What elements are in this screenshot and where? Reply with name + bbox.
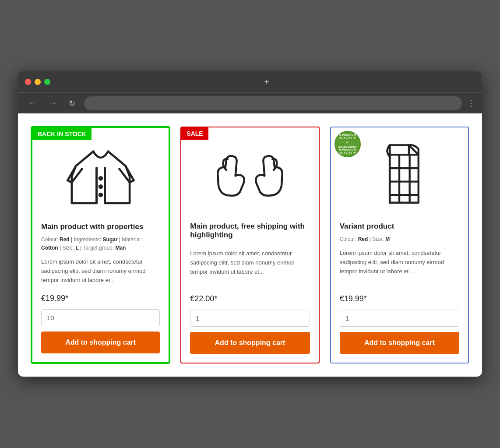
quality-circle: ★ PREMIUM QUALITY ★ ✓ GUARANTEED ★ PREMI… bbox=[335, 131, 361, 157]
quantity-input-3[interactable] bbox=[340, 310, 459, 327]
product-desc-1: Lorem ipsum dolor sit amet, condsetetur … bbox=[41, 258, 160, 285]
quantity-input-1[interactable] bbox=[41, 309, 160, 326]
product-card-3: ★ PREMIUM QUALITY ★ ✓ GUARANTEED ★ PREMI… bbox=[330, 127, 469, 363]
browser-titlebar: + bbox=[18, 71, 482, 92]
maximize-button[interactable] bbox=[44, 79, 50, 85]
svg-point-1 bbox=[99, 185, 102, 188]
product-image-1 bbox=[41, 137, 160, 215]
back-in-stock-badge: BACK IN STOCK bbox=[32, 128, 92, 140]
browser-window: + ← → ↻ ⋮ BACK IN STOCK bbox=[18, 71, 482, 377]
product-title-3: Variant product bbox=[340, 222, 459, 231]
traffic-lights bbox=[25, 79, 50, 85]
add-to-cart-button-2[interactable]: Add to shopping cart bbox=[190, 332, 310, 354]
sale-badge: SALE bbox=[181, 127, 208, 140]
quantity-input-2[interactable] bbox=[190, 310, 310, 327]
add-to-cart-button-1[interactable]: Add to shopping cart bbox=[41, 332, 160, 353]
product-image-2 bbox=[190, 136, 310, 215]
close-button[interactable] bbox=[25, 79, 31, 85]
product-props-3: Colour: Red | Size: M bbox=[340, 235, 459, 243]
product-title-1: Main product with properties bbox=[41, 222, 160, 231]
new-tab-button[interactable]: + bbox=[264, 77, 269, 87]
forward-button[interactable]: → bbox=[45, 97, 60, 109]
browser-toolbar: ← → ↻ ⋮ bbox=[18, 92, 482, 113]
refresh-button[interactable]: ↻ bbox=[65, 97, 79, 110]
product-price-2: €22.00* bbox=[190, 294, 310, 303]
products-grid: BACK IN STOCK bbox=[31, 127, 469, 363]
svg-point-2 bbox=[99, 194, 102, 196]
browser-content: BACK IN STOCK bbox=[18, 113, 482, 377]
product-props-1: Colour: Red | Ingredients: Sugar | Mater… bbox=[41, 236, 160, 252]
address-bar[interactable] bbox=[84, 96, 462, 110]
product-desc-2: Lorem ipsum dolor sit amet, condsetetur … bbox=[190, 249, 310, 286]
back-button[interactable]: ← bbox=[25, 97, 40, 109]
product-desc-3: Lorem ipsum dolor sit amet, condsetetur … bbox=[340, 249, 459, 286]
minimize-button[interactable] bbox=[35, 79, 41, 85]
product-card-2: SALE Main product, free shipping with bbox=[180, 127, 319, 363]
product-price-1: €19.99* bbox=[41, 294, 160, 303]
add-to-cart-button-3[interactable]: Add to shopping cart bbox=[340, 332, 459, 354]
product-title-2: Main product, free shipping with highlig… bbox=[190, 222, 310, 240]
product-card-1: BACK IN STOCK bbox=[31, 127, 170, 363]
quality-badge: ★ PREMIUM QUALITY ★ ✓ GUARANTEED ★ PREMI… bbox=[335, 131, 361, 157]
product-price-3: €19.99* bbox=[340, 294, 459, 303]
tab-bar: + bbox=[55, 77, 475, 87]
menu-button[interactable]: ⋮ bbox=[467, 99, 475, 108]
svg-point-0 bbox=[99, 177, 102, 180]
